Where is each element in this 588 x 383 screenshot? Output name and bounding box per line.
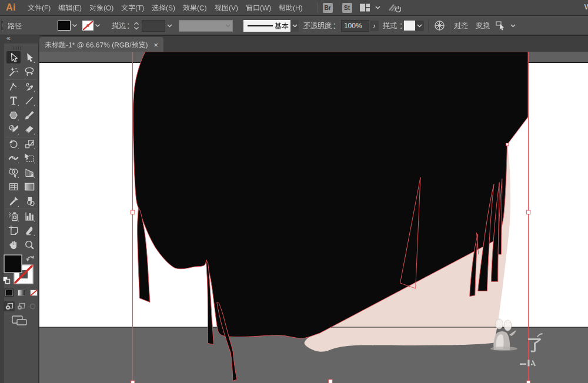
- grip-dash: [20, 46, 21, 50]
- stroke-style-preview-line: [248, 25, 273, 26]
- menu-item-8[interactable]: [275, 0, 307, 16]
- style-panel-link[interactable]: [383, 22, 397, 29]
- fill-chevron-icon[interactable]: [71, 21, 78, 31]
- tool-type[interactable]: [6, 95, 21, 107]
- tool-line-segment[interactable]: [22, 95, 36, 107]
- bbox-handle-right[interactable]: [526, 210, 530, 214]
- stroke-weight-chevron-icon[interactable]: [165, 20, 173, 32]
- bbox-handle-bottom-center[interactable]: [329, 379, 333, 383]
- bbox-handle-left[interactable]: [131, 210, 135, 214]
- tools-panel-collapse[interactable]: «: [4, 35, 39, 43]
- menu-item-1[interactable]: [54, 0, 85, 16]
- tool-magic-wand[interactable]: [6, 66, 21, 78]
- tool-symbol-sprayer[interactable]: [6, 210, 21, 222]
- tab-close-icon[interactable]: ×: [154, 41, 159, 49]
- paint-color-button[interactable]: [4, 288, 14, 297]
- align-panel-link[interactable]: [454, 22, 468, 29]
- menu-item-3[interactable]: [118, 0, 148, 16]
- document-tab-bar: ×: [39, 35, 588, 52]
- stroke-colon: :: [127, 21, 129, 31]
- stroke-style-dropdown[interactable]: [243, 20, 290, 32]
- fill-indicator[interactable]: [4, 255, 22, 273]
- bbox-handle-bottom-left[interactable]: [131, 381, 135, 383]
- stroke-panel-link[interactable]: [112, 22, 126, 29]
- stroke-weight-input[interactable]: [142, 20, 165, 32]
- transform-panel-link[interactable]: [476, 22, 490, 29]
- tool-width[interactable]: [6, 152, 21, 164]
- gpu-performance-icon[interactable]: [388, 3, 401, 12]
- tool-scale[interactable]: [22, 137, 36, 150]
- tool-shaper[interactable]: [6, 123, 21, 136]
- fill-color-swatch[interactable]: [58, 21, 71, 31]
- default-fill-stroke-icon[interactable]: [4, 277, 10, 284]
- paint-gradient-button[interactable]: [16, 288, 26, 297]
- tool-lasso[interactable]: [22, 66, 36, 78]
- menu-item-2[interactable]: [85, 0, 117, 16]
- tool-gradient[interactable]: [22, 181, 36, 193]
- grip-dash: [13, 46, 14, 50]
- workspace-chevron-icon[interactable]: [374, 3, 382, 13]
- workspace-switcher-icon[interactable]: [360, 4, 370, 12]
- tool-perspective-grid[interactable]: [22, 166, 36, 179]
- tools-panel-grip[interactable]: [13, 46, 22, 50]
- tool-column-graph[interactable]: [22, 210, 36, 222]
- illustrator-window: Ai Br St W: [0, 0, 588, 383]
- select-similar-icon[interactable]: [496, 21, 506, 31]
- swap-fill-stroke-icon[interactable]: [26, 256, 34, 261]
- opacity-panel-link[interactable]: [303, 22, 332, 29]
- tool-hand[interactable]: [6, 238, 21, 251]
- tool-selection[interactable]: [6, 51, 21, 63]
- tool-pen[interactable]: [22, 80, 36, 92]
- style-swatch[interactable]: [404, 21, 415, 31]
- selection-type-label: [8, 23, 22, 29]
- tool-eraser[interactable]: [22, 123, 36, 136]
- tool-slice[interactable]: [22, 224, 36, 237]
- control-bar-grip[interactable]: [1, 21, 3, 31]
- stroke-color-swatch[interactable]: [82, 21, 93, 31]
- tool-mesh[interactable]: [6, 181, 21, 193]
- tool-artboard[interactable]: [6, 224, 21, 237]
- draw-normal-button[interactable]: [4, 301, 15, 311]
- stock-button[interactable]: St: [342, 3, 352, 13]
- draw-inside-button: [27, 301, 38, 311]
- recolor-artwork-icon[interactable]: [435, 21, 445, 31]
- opacity-more-button[interactable]: ›: [370, 21, 379, 31]
- draw-behind-button[interactable]: [15, 301, 26, 311]
- cropped-right-label: W: [584, 2, 588, 11]
- tool-curvature[interactable]: [6, 80, 21, 92]
- menu-items: [24, 0, 307, 16]
- tools-panel: «: [0, 35, 39, 383]
- tool-direct-selection[interactable]: [22, 51, 36, 63]
- screen-mode-button[interactable]: [12, 315, 27, 328]
- paint-none-button[interactable]: [29, 288, 39, 297]
- tool-eyedropper[interactable]: [6, 196, 21, 208]
- tool-shape[interactable]: [6, 109, 21, 121]
- anchor-point[interactable]: [506, 143, 509, 146]
- menu-bar: Ai Br St W: [0, 0, 588, 16]
- tool-blend[interactable]: [22, 196, 36, 208]
- control-divider-2: [450, 20, 450, 32]
- stroke-chevron-icon[interactable]: [93, 21, 101, 31]
- opacity-input[interactable]: 100%: [341, 20, 369, 32]
- menu-item-4[interactable]: [148, 0, 179, 16]
- tool-group-separator-0: [6, 79, 36, 80]
- bridge-button[interactable]: Br: [323, 3, 333, 13]
- canvas-viewport[interactable]: [39, 52, 588, 383]
- bbox-handle-bottom-right[interactable]: [526, 381, 530, 383]
- menu-item-7[interactable]: [242, 0, 275, 16]
- tool-rotate[interactable]: [6, 137, 21, 150]
- document-tab[interactable]: ×: [39, 37, 163, 52]
- tool-paintbrush[interactable]: [22, 109, 36, 121]
- menu-item-5[interactable]: [179, 0, 211, 16]
- stroke-weight-stepper[interactable]: [133, 22, 139, 30]
- grip-dash: [15, 46, 15, 50]
- menu-item-6[interactable]: [211, 0, 242, 16]
- tool-shape-builder[interactable]: [6, 166, 21, 179]
- select-similar-chevron-icon[interactable]: [509, 21, 517, 31]
- tool-free-transform[interactable]: [22, 152, 36, 164]
- document-tab-title: [45, 42, 148, 48]
- stroke-style-chevron-icon[interactable]: [290, 20, 299, 32]
- menu-item-0[interactable]: [24, 0, 54, 16]
- tool-zoom[interactable]: [22, 238, 36, 251]
- style-chevron-icon[interactable]: [415, 21, 424, 31]
